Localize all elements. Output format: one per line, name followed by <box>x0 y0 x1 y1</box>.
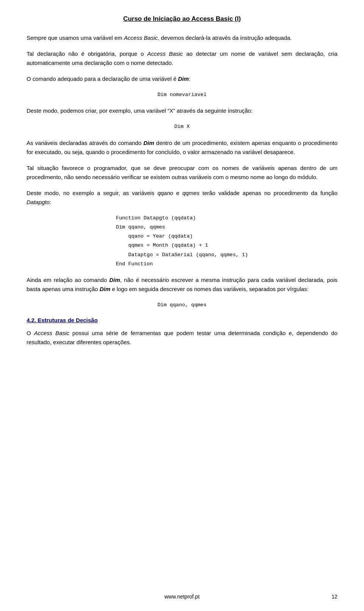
code-line-6: End Function <box>116 260 248 269</box>
code-line-4: qqmes = Month (qqdata) + 1 <box>116 241 248 250</box>
footer-url-text: www.netprof.pt <box>165 594 200 600</box>
p6-text: Tal situação favorece o programador, que… <box>27 165 337 180</box>
page-title: Curso de Iniciação ao Access Basic (I) <box>27 15 337 23</box>
p2-text: Tal declaração não é obrigatória, porque… <box>27 50 337 66</box>
paragraph-3: O comando adequado para a declaração de … <box>27 74 337 83</box>
code-line-5: Dataptgo = DataSerial (qqano, qqmes, 1) <box>116 250 248 260</box>
p7-text: Deste modo, no exemplo a seguir, as vari… <box>27 190 337 205</box>
page-number: 12 <box>331 594 337 600</box>
p4-text: Deste modo, podemos criar, por exemplo, … <box>27 107 253 114</box>
code-line-3: qqano = Year (qqdata) <box>116 232 248 241</box>
code-block-2: Dim X <box>27 122 337 131</box>
paragraph-4: Deste modo, podemos criar, por exemplo, … <box>27 106 337 115</box>
p8-text: Ainda em relação ao comando Dim, não é n… <box>27 277 337 292</box>
paragraph-1: Sempre que usamos uma variável em Access… <box>27 33 337 43</box>
p3-text: O comando adequado para a declaração de … <box>27 76 190 82</box>
paragraph-5: As variáveis declaradas através do coman… <box>27 139 337 157</box>
paragraph-6: Tal situação favorece o programador, que… <box>27 164 337 182</box>
p5-text: As variáveis declaradas através do coman… <box>27 140 337 155</box>
p9-text: O Access Basic possui uma série de ferra… <box>27 330 337 345</box>
paragraph-8: Ainda em relação ao comando Dim, não é n… <box>27 276 337 294</box>
code-block-function: Function Datapgto (qqdata) Dim qqano, qq… <box>116 214 248 269</box>
code-line-1: Function Datapgto (qqdata) <box>116 214 248 223</box>
p1-text: Sempre que usamos uma variável em Access… <box>27 35 292 41</box>
code-dim-x: Dim X <box>174 124 190 129</box>
code-line-2: Dim qqano, qqmes <box>116 223 248 232</box>
paragraph-7: Deste modo, no exemplo a seguir, as vari… <box>27 189 337 207</box>
footer-url: www.netprof.pt <box>0 594 364 600</box>
page: Curso de Iniciação ao Access Basic (I) S… <box>0 0 364 611</box>
paragraph-9: O Access Basic possui uma série de ferra… <box>27 329 337 347</box>
section-heading-42: 4.2. Estruturas de Decisão <box>27 317 337 323</box>
code-dim-qqano-qqmes: Dim qqano, qqmes <box>157 302 207 308</box>
code-block-3: Dim qqano, qqmes <box>27 301 337 310</box>
code-dim-nomevariavel: Dim nomevariavel <box>157 92 207 98</box>
paragraph-2: Tal declaração não é obrigatória, porque… <box>27 49 337 68</box>
code-block-1: Dim nomevariavel <box>27 90 337 99</box>
